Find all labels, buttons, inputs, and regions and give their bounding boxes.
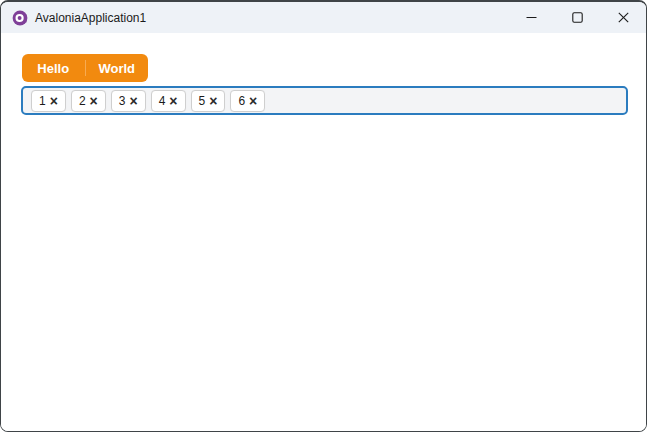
minimize-icon: [526, 12, 537, 23]
chip-label: 3: [119, 95, 126, 107]
chip[interactable]: 6×: [230, 90, 265, 112]
chip-label: 1: [39, 95, 46, 107]
chip-label: 5: [199, 95, 206, 107]
chip-label: 6: [238, 95, 245, 107]
chip-label: 4: [159, 95, 166, 107]
window-titlebar[interactable]: AvaloniaApplication1: [1, 2, 646, 33]
tag-box[interactable]: 1×2×3×4×5×6×: [21, 86, 628, 115]
maximize-icon: [572, 12, 583, 23]
window-title: AvaloniaApplication1: [35, 11, 508, 25]
chip-label: 2: [79, 95, 86, 107]
close-button[interactable]: [600, 2, 646, 33]
window-content: Hello World 1×2×3×4×5×6×: [1, 33, 646, 431]
maximize-button[interactable]: [554, 2, 600, 33]
avalonia-logo-icon: [12, 10, 28, 26]
tab-world[interactable]: World: [86, 54, 149, 82]
tab-hello[interactable]: Hello: [22, 54, 85, 82]
chip-remove-icon[interactable]: ×: [129, 93, 137, 107]
chip-remove-icon[interactable]: ×: [90, 93, 98, 107]
chip[interactable]: 4×: [151, 90, 186, 112]
app-window: AvaloniaApplication1 H: [0, 0, 647, 432]
chip[interactable]: 1×: [31, 90, 66, 112]
close-icon: [618, 12, 629, 23]
chip-remove-icon[interactable]: ×: [50, 93, 58, 107]
chip[interactable]: 5×: [191, 90, 226, 112]
chip-remove-icon[interactable]: ×: [249, 93, 257, 107]
chip-remove-icon[interactable]: ×: [209, 93, 217, 107]
tab-strip: Hello World: [22, 54, 148, 82]
chip-remove-icon[interactable]: ×: [169, 93, 177, 107]
minimize-button[interactable]: [508, 2, 554, 33]
caption-buttons: [508, 2, 646, 33]
chip[interactable]: 3×: [111, 90, 146, 112]
chip[interactable]: 2×: [71, 90, 106, 112]
